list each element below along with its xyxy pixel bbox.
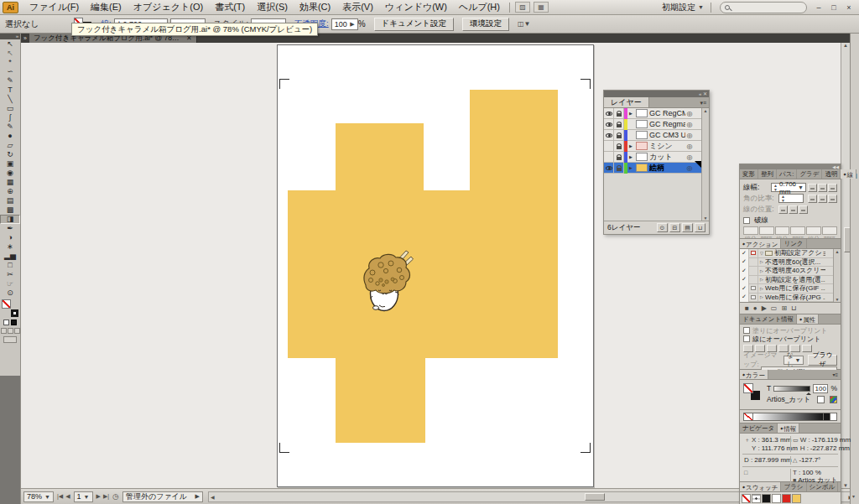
make-clipping-mask-button[interactable]: ⊙ [657,223,668,232]
menu-item[interactable]: ヘルプ(H) [453,1,506,13]
panel-tab[interactable]: 整列 [758,169,777,179]
tab-overflow-icon[interactable]: » [21,34,29,43]
none-color-icon[interactable] [817,396,825,403]
tab-color[interactable]: カラー [740,370,768,379]
panel-tab[interactable]: ナビゲータ [740,423,778,433]
layer-name[interactable]: カット [649,152,685,163]
artwork-panel-top-right[interactable] [470,90,558,190]
tool-pen[interactable]: ✎ [0,76,20,86]
menu-item[interactable]: ウィンドウ(W) [379,1,453,13]
tool-direct-selection[interactable]: ↖ [0,49,20,58]
artwork-panel-bottom[interactable] [336,358,425,443]
menu-item[interactable]: 編集(E) [85,1,128,13]
search-box[interactable] [720,2,807,13]
tool-lasso[interactable]: ∽ [0,67,20,76]
menu-item[interactable]: 書式(T) [209,1,251,13]
menu-item[interactable]: 選択(S) [251,1,294,13]
dialog-toggle[interactable] [749,267,758,276]
action-checkbox[interactable]: ✓ [740,257,749,267]
layer-name[interactable]: GC CM3 UUID:S... [649,131,685,139]
tool-rotate[interactable]: ↻ [0,150,20,159]
layer-thumbnail[interactable] [636,164,648,172]
panel-menu-icon[interactable]: ▾≡ [700,97,709,107]
expand-arrow-icon[interactable]: ▷ [758,294,765,299]
swatch[interactable] [792,494,801,503]
mascot-illustration[interactable] [356,247,416,314]
layers-panel-titlebar[interactable]: « ✕ [604,91,709,97]
tool-eyedropper[interactable]: ✒ [0,224,20,233]
layer-name[interactable]: GC Regmark Typ... [649,120,685,128]
search-input[interactable] [733,3,800,12]
layer-name[interactable]: 絵柄 [649,163,685,174]
cap-buttons[interactable] [808,184,837,192]
action-checkbox[interactable]: ✓ [740,293,749,302]
menu-item[interactable]: ファイル(F) [23,1,85,13]
tool-symbol-sprayer[interactable]: ∗ [0,242,20,252]
select-similar-icon[interactable]: ◫▼ [518,20,530,28]
action-checkbox[interactable]: ✓ [740,249,749,258]
tint-value-field[interactable]: 100 [813,384,828,393]
artwork-panel-body[interactable] [288,190,558,358]
lock-toggle[interactable] [614,152,624,163]
layer-row[interactable]: ▶ GC CM3 UUID:S... ◎ [604,130,701,141]
workspace-switcher[interactable]: 初期設定 ▼ [659,2,707,13]
dialog-toggle[interactable] [749,275,758,284]
action-checkbox[interactable]: ✓ [740,267,749,276]
document-canvas[interactable]: ▲ ▼ [21,43,850,488]
target-icon[interactable]: ◎ [685,132,694,139]
layer-row[interactable]: ▶ 絵柄 ◎ [604,163,701,174]
action-checkbox[interactable]: ✓ [740,275,749,284]
tools-panel-header[interactable]: » [0,34,20,39]
lock-toggle[interactable] [614,141,624,152]
color-fill-stroke[interactable] [743,383,762,400]
black-swatch[interactable] [824,413,830,421]
menubar-icon[interactable]: ▨ [515,2,530,13]
visibility-toggle[interactable] [604,152,614,163]
minimize-button[interactable]: – [814,3,824,12]
tool-hand[interactable]: ☞ [0,279,20,288]
tool-blend[interactable]: ◑ [0,233,20,242]
actions-scrollbar[interactable]: ▲▼ [833,249,841,302]
overprint-stroke-checkbox[interactable] [743,335,750,342]
lock-toggle[interactable] [614,130,624,141]
layer-name[interactable]: GC RegCM3 4 0 2... [649,109,685,117]
last-artboard-icon[interactable]: ▶| [103,493,109,500]
layer-thumbnail[interactable] [636,109,648,117]
panel-tab[interactable]: 透明 [822,169,841,179]
layer-thumbnail[interactable] [636,120,648,128]
next-artboard-icon[interactable]: ▶ [96,493,101,500]
dialog-toggle[interactable] [749,249,758,258]
layer-row[interactable]: ▶ GC Regmark Typ... ◎ [604,119,701,130]
visibility-toggle[interactable] [604,119,614,130]
expand-arrow-icon[interactable]: ▷ [758,286,765,291]
layer-name[interactable]: ミシン [649,141,685,152]
collapsed-dock-strip[interactable]: ◢ ▾ [850,34,859,504]
tool-eraser[interactable]: ▱ [0,141,20,150]
expand-arrow-icon[interactable]: ▶ [627,165,634,170]
visibility-toggle[interactable] [604,108,614,119]
target-icon[interactable]: ◎ [685,143,694,150]
panel-tab[interactable]: アクション [740,239,781,248]
panel-menu-icon[interactable]: ▾≡ [832,370,841,379]
browser-button[interactable]: ブラウザ [808,355,837,366]
lock-toggle[interactable] [614,119,624,130]
imagemap-dropdown[interactable]: なし▼ [784,356,804,365]
tool-line-segment[interactable]: ╲ [0,95,20,104]
tool-perspective-grid[interactable]: ▤ [0,196,20,205]
swatch[interactable] [762,494,771,503]
tool-mesh[interactable]: ▩ [0,205,20,215]
chevron-right-icon[interactable]: ▶ [350,21,354,28]
miter-field[interactable]: ▲▼ [778,194,804,203]
target-icon[interactable]: ◎ [685,121,694,128]
scroll-left-icon[interactable]: ◀ [211,494,215,500]
tint-slider[interactable] [773,386,810,392]
tool-rectangle[interactable]: ▭ [0,104,20,113]
dialog-toggle[interactable] [749,257,758,267]
draw-mode-buttons[interactable] [0,328,20,334]
tool-column-graph[interactable]: ▂▅ [0,252,20,261]
swatch[interactable] [742,494,751,503]
horizontal-scroll-thumb[interactable] [585,493,605,501]
tool-slice[interactable]: ✂ [0,270,20,279]
tool-selection[interactable]: ↖ [0,39,20,49]
tool-width[interactable]: ◉ [0,169,20,178]
